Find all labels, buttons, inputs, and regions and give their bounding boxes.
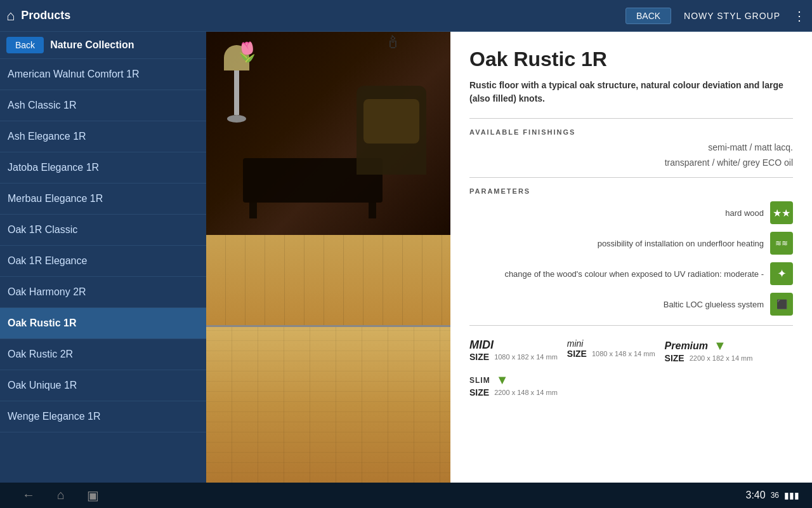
slim-size-label: SIZE <box>469 387 489 398</box>
param-underfloor: possibility of installation on underfloo… <box>469 232 793 255</box>
uv-icon: ✦ <box>770 262 793 285</box>
product-name: Oak Rustic 1R <box>469 48 793 71</box>
sidebar-item-1[interactable]: Ash Classic 1R <box>0 90 206 121</box>
finishings-label: AVAILABLE FINISHINGS <box>469 128 793 136</box>
product-image: 🌷 🕯 <box>206 32 450 483</box>
battery-icon: ▮▮▮ <box>784 490 799 500</box>
slim-label: SLIM <box>469 376 490 385</box>
mini-size-label: SIZE <box>567 349 587 359</box>
chair-decoration <box>357 86 426 175</box>
sidebar-item-8[interactable]: Oak Rustic 1R <box>0 308 206 339</box>
underfloor-icon: ≋≋ <box>770 232 793 255</box>
sidebar-item-4[interactable]: Merbau Elegance 1R <box>0 184 206 215</box>
sidebar-item-5[interactable]: Oak 1R Classic <box>0 215 206 246</box>
sidebar-item-3[interactable]: Jatoba Elegance 1R <box>0 152 206 184</box>
chandelier-decoration: 🕯 <box>384 32 402 53</box>
param-baltic-label: Baltic LOC glueless system <box>469 300 764 309</box>
divider1 <box>469 118 793 119</box>
sidebar-item-7[interactable]: Oak Harmony 2R <box>0 277 206 308</box>
sidebar-item-9[interactable]: Oak Rustic 2R <box>0 339 206 370</box>
sidebar-item-11[interactable]: Wenge Elegance 1R <box>0 401 206 432</box>
sizes-section: MIDI SIZE 1080 x 182 x 14 mm mini SIZE 1… <box>469 338 793 398</box>
midi-label: MIDI <box>469 338 494 352</box>
topbar-title: Products <box>21 9 625 22</box>
time-display: 3:40 <box>746 490 766 501</box>
slim-dims: 2200 x 148 x 14 mm <box>494 389 558 396</box>
premium-size-label: SIZE <box>665 353 684 363</box>
slim-arrow: ▼ <box>496 373 509 387</box>
sidebar-header: Back Nature Collection <box>0 32 206 59</box>
menu-icon[interactable]: ⋮ <box>793 8 806 23</box>
param-uv-label: change of the wood's colour when exposed… <box>469 269 764 279</box>
param-hardwood-label: hard wood <box>469 208 764 218</box>
brand-logo: NOWY STYL GROUP <box>684 11 780 21</box>
secondary-image <box>206 325 450 483</box>
nav-buttons: ← ⌂ ▣ <box>13 488 108 503</box>
finishing-2: transparent / white/ grey ECO oil <box>469 157 793 168</box>
sidebar-item-2[interactable]: Ash Elegance 1R <box>0 121 206 152</box>
mini-size: mini SIZE 1080 x 148 x 14 mm <box>567 338 655 363</box>
baltic-icon: ⬛ <box>770 293 793 316</box>
parameters-label: PARAMETERS <box>469 187 793 195</box>
premium-label: Premium <box>665 340 708 352</box>
midi-size-label: SIZE <box>469 352 489 362</box>
topbar: ⌂ Products BACK NOWY STYL GROUP ⋮ <box>0 0 812 32</box>
hardwood-icon: ★★ <box>770 201 793 224</box>
param-uv: change of the wood's colour when exposed… <box>469 262 793 285</box>
midi-dims: 1080 x 182 x 14 mm <box>494 353 558 361</box>
sidebar-list: American Walnut Comfort 1RAsh Classic 1R… <box>0 59 206 432</box>
param-hardwood: hard wood ★★ <box>469 201 793 224</box>
collection-title: Nature Collection <box>50 39 134 51</box>
main-content: Back Nature Collection American Walnut C… <box>0 32 812 483</box>
product-image-area: 🌷 🕯 <box>206 32 450 483</box>
premium-arrow: ▼ <box>714 338 726 353</box>
divider2 <box>469 177 793 178</box>
mini-dims: 1080 x 148 x 14 mm <box>592 350 655 358</box>
param-baltic: Baltic LOC glueless system ⬛ <box>469 293 793 316</box>
product-description: Rustic floor with a typical oak structur… <box>469 79 793 105</box>
finishing-1: semi-matt / matt lacq. <box>469 142 793 152</box>
bottombar: ← ⌂ ▣ 3:40 36 ▮▮▮ <box>0 483 812 508</box>
back-nav-button[interactable]: ← <box>13 488 44 503</box>
home-nav-button[interactable]: ⌂ <box>48 488 74 503</box>
status-bar-right: 3:40 36 ▮▮▮ <box>746 490 800 501</box>
sidebar-item-6[interactable]: Oak 1R Elegance <box>0 246 206 277</box>
home-icon[interactable]: ⌂ <box>6 8 15 24</box>
flowers-decoration: 🌷 <box>235 41 273 79</box>
midi-size: MIDI SIZE 1080 x 182 x 14 mm <box>469 338 558 363</box>
premium-dims: 2200 x 182 x 14 mm <box>690 354 753 362</box>
topbar-back-button[interactable]: BACK <box>625 8 671 24</box>
premium-size: Premium ▼ SIZE 2200 x 182 x 14 mm <box>665 338 753 363</box>
sidebar-item-10[interactable]: Oak Unique 1R <box>0 370 206 401</box>
recent-nav-button[interactable]: ▣ <box>77 488 108 503</box>
back-button[interactable]: Back <box>6 37 44 53</box>
divider3 <box>469 325 793 326</box>
signal-display: 36 <box>771 491 779 500</box>
sidebar: Back Nature Collection American Walnut C… <box>0 32 206 483</box>
param-underfloor-label: possibility of installation on underfloo… <box>469 239 764 248</box>
sidebar-item-0[interactable]: American Walnut Comfort 1R <box>0 59 206 90</box>
content-area: 🌷 🕯 <box>206 32 812 483</box>
mini-label: mini <box>567 338 584 349</box>
detail-panel: Oak Rustic 1R Rustic floor with a typica… <box>450 32 812 483</box>
slim-size: SLIM ▼ SIZE 2200 x 148 x 14 mm <box>469 373 558 398</box>
